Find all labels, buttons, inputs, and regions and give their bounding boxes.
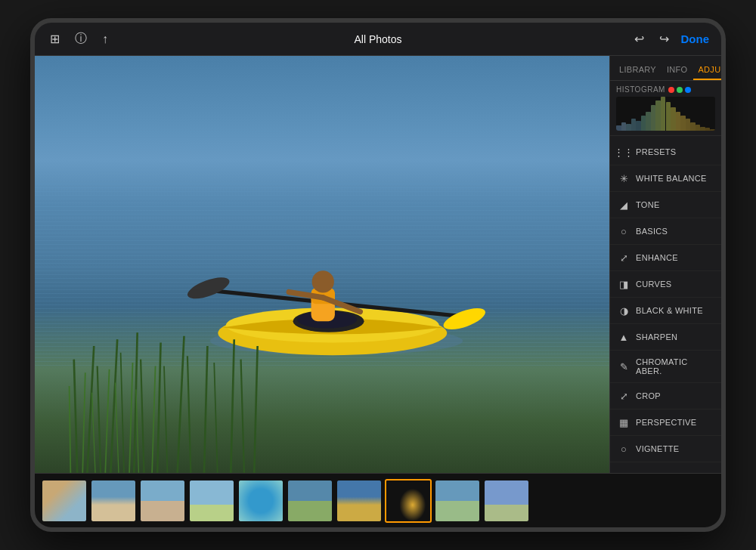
sharpen-label: Sharpen: [636, 332, 677, 341]
presets-label: Presets: [636, 147, 676, 156]
done-button[interactable]: Done: [681, 32, 710, 45]
tone-icon: ◢: [618, 199, 630, 211]
panel-tabs: Library Info Adjust: [610, 56, 721, 81]
filmstrip-thumb-8[interactable]: [385, 479, 432, 523]
presets-icon: ⋮⋮: [618, 146, 630, 158]
filmstrip-thumb-7[interactable]: [336, 479, 383, 523]
enhance-icon: ⤢: [618, 252, 630, 264]
adjust-item-perspective[interactable]: ▦ Perspective: [610, 409, 721, 436]
adjust-item-sharpen[interactable]: ▲ Sharpen: [610, 324, 721, 351]
filmstrip-thumb-4[interactable]: [188, 479, 235, 523]
top-bar: ⊞ ⓘ ↑ All Photos ↩ ↪ Done: [35, 23, 721, 56]
dot-blue: [685, 87, 691, 93]
export-icon[interactable]: ↑: [99, 31, 111, 48]
svg-line-21: [164, 366, 167, 473]
svg-line-26: [231, 339, 234, 473]
histogram-section: Histogram: [610, 81, 721, 136]
black-white-label: Black & White: [636, 306, 703, 315]
svg-point-10: [312, 270, 334, 292]
crop-label: Crop: [636, 391, 661, 400]
svg-point-7: [441, 304, 488, 334]
tab-info[interactable]: Info: [662, 62, 692, 80]
crop-icon: ⤢: [618, 390, 630, 402]
filmstrip-thumb-5[interactable]: [237, 479, 284, 523]
enhance-label: Enhance: [636, 253, 678, 262]
adjust-item-white-balance[interactable]: ✳ White Balance: [610, 165, 721, 192]
adjust-item-presets[interactable]: ⋮⋮ Presets: [610, 139, 721, 165]
svg-line-35: [136, 390, 139, 473]
tab-adjust[interactable]: Adjust: [693, 62, 721, 80]
perspective-label: Perspective: [636, 418, 696, 427]
filmstrip-thumb-1[interactable]: [41, 479, 88, 523]
filmstrip-thumb-3[interactable]: [139, 479, 186, 523]
curves-icon: ◨: [618, 278, 630, 290]
vignette-icon: ○: [618, 443, 630, 455]
undo-icon[interactable]: ↩: [631, 30, 647, 48]
chromatic-aber-icon: ✎: [618, 360, 630, 372]
histogram-dots: [668, 87, 691, 93]
svg-line-19: [141, 360, 144, 473]
adjust-item-chromatic-aber[interactable]: ✎ Chromatic Aber.: [610, 351, 721, 383]
vignette-label: Vignette: [636, 444, 679, 453]
histogram-chart: [616, 97, 715, 131]
filmstrip: [35, 473, 721, 527]
chromatic-aber-label: Chromatic Aber.: [636, 357, 714, 375]
svg-line-36: [152, 366, 155, 473]
basics-icon: ○: [618, 225, 630, 237]
svg-line-24: [204, 346, 207, 473]
top-bar-right: ↩ ↪ Done: [631, 30, 710, 48]
adjust-item-black-white[interactable]: ◑ Black & White: [610, 298, 721, 324]
dot-green: [677, 87, 683, 93]
top-bar-left: ⊞ ⓘ ↑: [47, 29, 111, 48]
info-icon[interactable]: ⓘ: [72, 29, 90, 48]
svg-line-20: [157, 343, 160, 473]
svg-line-33: [116, 383, 119, 473]
svg-line-30: [82, 373, 85, 473]
white-balance-icon: ✳: [618, 172, 630, 184]
adjust-list: ⋮⋮ Presets ✳ White Balance ◢ Tone ○ Basi…: [610, 136, 721, 473]
adjust-item-enhance[interactable]: ⤢ Enhance: [610, 245, 721, 271]
svg-line-34: [129, 363, 132, 473]
adjust-item-curves[interactable]: ◨ Curves: [610, 271, 721, 298]
main-content: Library Info Adjust Histogram: [35, 56, 721, 473]
tablet-shell: ⊞ ⓘ ↑ All Photos ↩ ↪ Done: [30, 18, 726, 532]
svg-line-17: [121, 353, 124, 473]
svg-point-6: [185, 273, 232, 304]
svg-line-22: [178, 336, 184, 473]
adjust-item-basics[interactable]: ○ Basics: [610, 218, 721, 245]
tone-label: Tone: [636, 200, 660, 209]
sharpen-icon: ▲: [618, 331, 630, 343]
photo-grass: [35, 306, 293, 473]
redo-icon[interactable]: ↪: [656, 30, 672, 48]
tab-library[interactable]: Library: [615, 62, 661, 80]
adjust-item-crop[interactable]: ⤢ Crop: [610, 383, 721, 409]
svg-line-29: [70, 386, 71, 473]
perspective-icon: ▦: [618, 416, 630, 428]
filmstrip-thumb-2[interactable]: [90, 479, 137, 523]
grid-icon[interactable]: ⊞: [47, 30, 63, 48]
photo-area: [35, 56, 609, 473]
dot-red: [668, 87, 674, 93]
svg-line-32: [105, 369, 109, 473]
photo-scene: [35, 56, 609, 473]
svg-line-23: [187, 356, 191, 473]
adjust-item-vignette[interactable]: ○ Vignette: [610, 436, 721, 462]
app-title: All Photos: [354, 33, 401, 45]
svg-line-25: [214, 363, 217, 473]
svg-line-15: [98, 366, 101, 473]
adjust-item-tone[interactable]: ◢ Tone: [610, 192, 721, 218]
histogram-label: Histogram: [616, 85, 715, 94]
filmstrip-thumb-9[interactable]: [434, 479, 481, 523]
svg-line-31: [92, 393, 95, 473]
black-white-icon: ◑: [618, 304, 630, 317]
filmstrip-thumb-6[interactable]: [287, 479, 333, 523]
curves-label: Curves: [636, 280, 671, 289]
white-balance-label: White Balance: [636, 174, 707, 183]
filmstrip-thumb-10[interactable]: [483, 479, 530, 523]
svg-line-27: [241, 360, 244, 473]
svg-line-28: [254, 346, 257, 473]
svg-line-13: [74, 360, 77, 473]
right-panel: Library Info Adjust Histogram: [609, 56, 721, 473]
basics-label: Basics: [636, 227, 668, 236]
